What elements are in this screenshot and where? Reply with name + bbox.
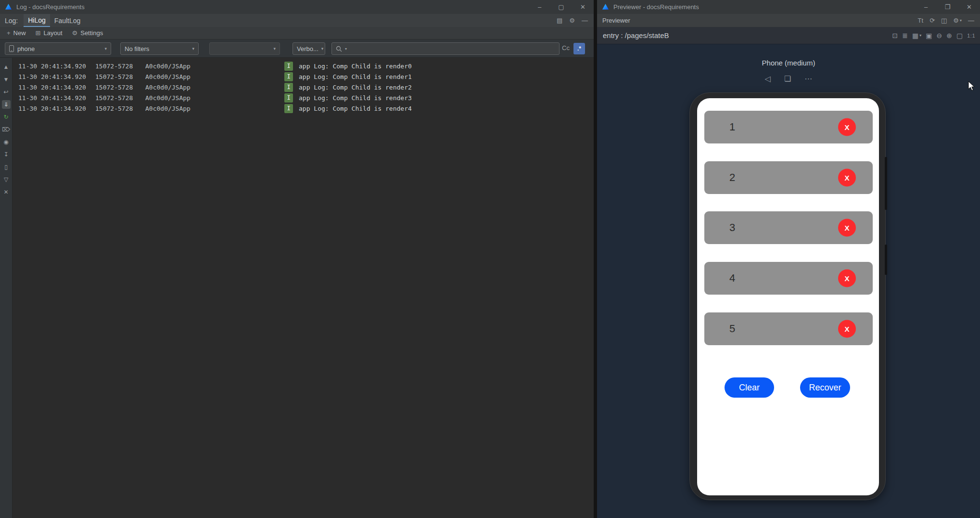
- previewer-window: Previewer - docsRequirements – ❐ ✕ Previ…: [597, 0, 980, 518]
- search-icon: [336, 46, 342, 52]
- window-controls: – ▢ ✕: [529, 0, 594, 14]
- panel-layout-icon[interactable]: ▤: [557, 17, 562, 24]
- entry-path: entry : /pages/stateB: [603, 31, 669, 39]
- hide-panel-icon[interactable]: —: [582, 17, 588, 24]
- soft-wrap-icon[interactable]: ↩: [2, 88, 11, 96]
- scroll-up-icon[interactable]: ▲: [2, 63, 11, 71]
- screenshot-icon[interactable]: ◉: [2, 138, 11, 146]
- tab-bar-icons: ▤ ⚙ —: [557, 17, 594, 24]
- close-panel-icon[interactable]: ✕: [2, 188, 11, 196]
- maximize-button[interactable]: ▢: [550, 0, 572, 14]
- maximize-button[interactable]: ❐: [937, 0, 958, 14]
- log-tag: A0c0d0/JSApp: [145, 84, 284, 91]
- zoom-out-icon[interactable]: ⊖: [937, 32, 942, 39]
- log-message: app Log: Comp Child is render1: [299, 73, 412, 80]
- scroll-down-icon[interactable]: ▼: [2, 75, 11, 84]
- process-select[interactable]: ▾: [209, 42, 280, 55]
- log-pid: 15072-5728: [95, 84, 145, 91]
- device-select[interactable]: phone ▾: [5, 42, 111, 55]
- tab-hilog[interactable]: HiLog: [24, 14, 50, 27]
- list-item: 3 X: [704, 211, 873, 244]
- log-message: app Log: Comp Child is render4: [299, 105, 412, 112]
- refresh-icon[interactable]: ⟳: [929, 17, 935, 24]
- filter-icon[interactable]: ▽: [2, 175, 11, 184]
- device-icon[interactable]: ▯: [2, 163, 11, 171]
- log-output: 11-30 20:41:34.920 15072-5728 A0c0d0/JSA…: [13, 58, 594, 518]
- preview-mode-icon[interactable]: ⊡: [892, 32, 898, 39]
- restart-icon[interactable]: ↻: [2, 113, 11, 121]
- new-button[interactable]: + New: [7, 29, 26, 37]
- filter-select[interactable]: No filters ▾: [120, 42, 199, 55]
- log-time: 11-30 20:41:34.920: [18, 73, 95, 80]
- more-options-icon[interactable]: ⋯: [804, 74, 812, 83]
- tab-faultlog[interactable]: FaultLog: [50, 14, 85, 27]
- list-item-number: 5: [729, 323, 735, 335]
- settings-gear-icon[interactable]: ⚙: [569, 17, 575, 24]
- previewer-settings-button[interactable]: ⚙ ▾: [953, 17, 962, 24]
- layers-icon[interactable]: ≣: [902, 32, 908, 39]
- phone-screen: 1 X 2 X 3 X 4 X 5 X: [697, 98, 879, 495]
- gear-icon: ⚙: [953, 17, 959, 24]
- log-tag: A0c0d0/JSApp: [145, 73, 284, 80]
- log-level-badge: I: [284, 83, 293, 92]
- hide-panel-icon[interactable]: —: [968, 17, 974, 24]
- layout-button[interactable]: ⊞ Layout: [36, 29, 63, 37]
- chevron-down-icon: ▾: [102, 46, 107, 51]
- log-level-badge: I: [284, 104, 293, 113]
- log-side-toolbar: ▲ ▼ ↩ ⇓ ↻ ⌦ ◉ ↧ ▯ ▽ ✕: [0, 58, 13, 518]
- inspector-icon[interactable]: ◫: [941, 17, 947, 24]
- minimize-button[interactable]: –: [915, 0, 937, 14]
- zoom-in-icon[interactable]: ⊕: [946, 32, 952, 39]
- close-button[interactable]: ✕: [572, 0, 594, 14]
- delete-item-button[interactable]: X: [838, 270, 856, 287]
- log-row[interactable]: 11-30 20:41:34.920 15072-5728 A0c0d0/JSA…: [13, 103, 594, 114]
- font-size-icon[interactable]: Tt: [918, 17, 924, 24]
- log-row[interactable]: 11-30 20:41:34.920 15072-5728 A0c0d0/JSA…: [13, 82, 594, 92]
- clear-log-icon[interactable]: ⌦: [2, 125, 11, 134]
- list-item-number: 2: [729, 171, 735, 184]
- match-case-toggle[interactable]: Cc: [562, 44, 570, 52]
- list-item: 1 X: [704, 111, 873, 143]
- search-history-icon: ▾: [345, 47, 347, 51]
- chevron-down-icon: ▾: [960, 18, 962, 23]
- chevron-down-icon: ▾: [318, 46, 324, 51]
- log-window-title: Log - docsRequirements: [16, 3, 85, 11]
- list-item: 5 X: [704, 312, 873, 345]
- log-row[interactable]: 11-30 20:41:34.920 15072-5728 A0c0d0/JSA…: [13, 61, 594, 71]
- frame-icon[interactable]: ▣: [926, 32, 932, 39]
- log-level-badge: I: [284, 62, 293, 71]
- log-row[interactable]: 11-30 20:41:34.920 15072-5728 A0c0d0/JSA…: [13, 92, 594, 103]
- grid-view-button[interactable]: ▦ ▾: [912, 32, 921, 39]
- regex-toggle[interactable]: .*: [573, 43, 585, 54]
- pages-icon[interactable]: ❏: [784, 74, 791, 83]
- close-button[interactable]: ✕: [958, 0, 980, 14]
- settings-button[interactable]: ⚙ Settings: [72, 29, 103, 37]
- rotate-back-icon[interactable]: ◁: [765, 74, 771, 83]
- log-window: Log - docsRequirements – ▢ ✕ Log: HiLog …: [0, 0, 594, 518]
- zoom-ratio-label[interactable]: 1:1: [967, 33, 975, 39]
- grid-icon: ⊞: [36, 29, 41, 37]
- search-input[interactable]: ▾: [331, 42, 560, 55]
- window-controls: – ❐ ✕: [915, 0, 980, 14]
- delete-item-button[interactable]: X: [838, 219, 856, 237]
- log-level-select[interactable]: Verbo... ▾: [293, 42, 325, 55]
- delete-item-button[interactable]: X: [838, 320, 856, 338]
- device-profile-label: Phone (medium): [597, 59, 980, 67]
- scroll-to-end-icon[interactable]: ⇓: [2, 100, 11, 109]
- log-time: 11-30 20:41:34.920: [18, 94, 95, 102]
- export-log-icon[interactable]: ↧: [2, 150, 11, 159]
- fit-screen-icon[interactable]: ▢: [956, 32, 963, 39]
- volume-button: [885, 157, 887, 210]
- recover-button[interactable]: Recover: [800, 377, 850, 398]
- deveco-logo-icon: [5, 3, 12, 11]
- delete-item-button[interactable]: X: [838, 169, 856, 187]
- log-label: Log:: [5, 17, 18, 25]
- clear-button[interactable]: Clear: [725, 377, 774, 398]
- phone-icon: [9, 45, 14, 52]
- log-row[interactable]: 11-30 20:41:34.920 15072-5728 A0c0d0/JSA…: [13, 71, 594, 82]
- log-toolbar: + New ⊞ Layout ⚙ Settings: [0, 27, 594, 39]
- log-message: app Log: Comp Child is render0: [299, 63, 412, 70]
- delete-item-button[interactable]: X: [838, 118, 856, 136]
- log-time: 11-30 20:41:34.920: [18, 84, 95, 91]
- minimize-button[interactable]: –: [529, 0, 550, 14]
